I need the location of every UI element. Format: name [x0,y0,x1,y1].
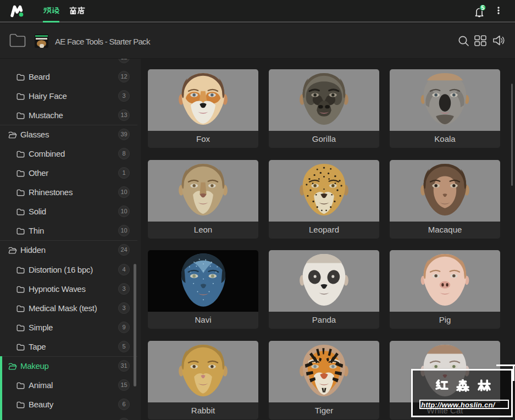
svg-text:5: 5 [481,4,484,11]
